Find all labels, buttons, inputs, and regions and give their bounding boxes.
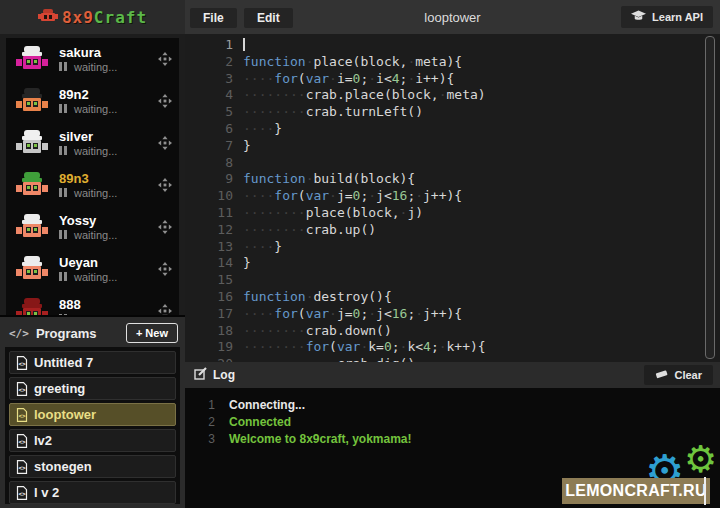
player-status-text: waiting... xyxy=(74,61,117,74)
code-line[interactable] xyxy=(243,272,702,289)
line-number: 7 xyxy=(185,138,233,155)
code-line[interactable]: function·destroy(){ xyxy=(243,289,702,306)
code-icon: </> xyxy=(9,327,29,340)
file-code-icon: <> xyxy=(16,434,28,448)
code-token: } xyxy=(243,255,251,270)
player-row[interactable]: Ueyanwaiting... xyxy=(6,248,179,290)
crab-avatar-icon xyxy=(14,44,50,74)
program-item[interactable]: <>l v 2 xyxy=(9,481,176,504)
svg-text:<>: <> xyxy=(18,360,26,367)
pause-icon xyxy=(59,229,69,242)
code-token: function xyxy=(243,171,306,186)
program-item[interactable]: <>Untitled 7 xyxy=(9,351,176,374)
code-token: for xyxy=(274,306,297,321)
code-token: j< xyxy=(376,188,392,203)
code-line[interactable]: ····for(var·i=0;·i<4;·i++){ xyxy=(243,71,702,88)
program-item[interactable]: <>looptower xyxy=(9,403,176,426)
new-program-button[interactable]: + New xyxy=(126,323,178,343)
code-line[interactable]: ········for(var·k=0;·k<4;·k++){ xyxy=(243,339,702,356)
code-token: ········ xyxy=(243,339,306,354)
code-token: j) xyxy=(407,205,423,220)
code-token: 4 xyxy=(423,339,431,354)
code-token: · xyxy=(368,188,376,203)
code-content[interactable]: function·place(block,·meta){····for(var·… xyxy=(243,37,702,362)
code-token: crab.down() xyxy=(306,323,392,338)
code-line[interactable] xyxy=(243,37,702,54)
log-entry: 2Connected xyxy=(185,414,720,431)
player-row[interactable]: silverwaiting... xyxy=(6,122,179,164)
player-row[interactable]: 89n3waiting... xyxy=(6,164,179,206)
move-arrows-icon[interactable] xyxy=(157,178,173,192)
code-line[interactable] xyxy=(243,155,702,172)
gear-icon-green: ⚙ xyxy=(684,441,717,478)
code-line[interactable]: ········crab.up() xyxy=(243,222,702,239)
player-info: 888waiting... xyxy=(59,297,157,316)
svg-text:<>: <> xyxy=(18,490,26,497)
program-item[interactable]: <>greeting xyxy=(9,377,176,400)
move-arrows-icon[interactable] xyxy=(157,262,173,276)
player-status: waiting... xyxy=(59,145,157,158)
pause-icon xyxy=(59,103,69,116)
crab-icon xyxy=(38,8,58,27)
code-token: var xyxy=(306,71,329,86)
program-item[interactable]: <>lv2 xyxy=(9,429,176,452)
move-arrows-icon[interactable] xyxy=(157,94,173,108)
code-token: meta) xyxy=(447,87,486,102)
move-arrows-icon[interactable] xyxy=(157,304,173,315)
code-line[interactable]: ····for(var·j=0;·j<16;·j++){ xyxy=(243,306,702,323)
move-arrows-icon[interactable] xyxy=(157,220,173,234)
page-scrollbar[interactable] xyxy=(704,477,706,505)
file-menu-button[interactable]: File xyxy=(190,8,237,28)
code-line[interactable]: ········place(block,·j) xyxy=(243,205,702,222)
sidebar: sakurawaiting...89n2waiting...silverwait… xyxy=(0,34,185,508)
file-code-icon: <> xyxy=(16,408,28,422)
code-token: j= xyxy=(337,306,353,321)
code-token: k= xyxy=(368,339,384,354)
editor-scrollbar[interactable] xyxy=(705,36,715,359)
code-line[interactable]: ········crab.down() xyxy=(243,323,702,340)
player-status-text: waiting... xyxy=(74,103,117,116)
code-line[interactable]: ····for(var·j=0;·j<16;·j++){ xyxy=(243,188,702,205)
code-token: for xyxy=(306,339,329,354)
app-window: 8x9Craft looptower File Edit Learn API s… xyxy=(0,0,720,508)
code-token: k< xyxy=(407,339,423,354)
clear-label: Clear xyxy=(674,369,702,381)
code-line[interactable]: } xyxy=(243,138,702,155)
move-arrows-icon[interactable] xyxy=(157,52,173,66)
code-line[interactable]: } xyxy=(243,255,702,272)
pause-icon xyxy=(59,187,69,200)
code-token: ( xyxy=(298,71,306,86)
pause-icon xyxy=(59,271,69,284)
code-token: ···· xyxy=(243,239,274,254)
log-entry-number: 2 xyxy=(185,414,215,431)
edit-menu-button[interactable]: Edit xyxy=(244,8,293,28)
log-entry-text: Welcome to 8x9craft, yokmama! xyxy=(229,431,412,448)
program-item[interactable]: <>stonegen xyxy=(9,455,176,478)
code-line[interactable]: ····} xyxy=(243,239,702,256)
line-number: 11 xyxy=(185,205,233,222)
player-row[interactable]: 888waiting... xyxy=(6,290,179,315)
player-name: sakura xyxy=(59,45,157,60)
code-line[interactable]: function·build(block){ xyxy=(243,171,702,188)
player-status: waiting... xyxy=(59,103,157,116)
line-number: 12 xyxy=(185,222,233,239)
clear-log-button[interactable]: Clear xyxy=(644,365,713,385)
player-info: 89n3waiting... xyxy=(59,171,157,200)
learn-api-button[interactable]: Learn API xyxy=(621,6,713,28)
code-editor[interactable]: 1234567891011121314151617181920 function… xyxy=(185,34,720,362)
player-name: silver xyxy=(59,129,157,144)
log-header: Log Clear xyxy=(185,362,720,388)
player-row[interactable]: Yossywaiting... xyxy=(6,206,179,248)
code-line[interactable]: function·place(block,·meta){ xyxy=(243,54,702,71)
code-token: · xyxy=(329,188,337,203)
move-arrows-icon[interactable] xyxy=(157,136,173,150)
code-line[interactable]: ····} xyxy=(243,121,702,138)
code-line[interactable]: ········crab.place(block,·meta) xyxy=(243,87,702,104)
code-line[interactable]: ········crab.turnLeft() xyxy=(243,104,702,121)
player-row[interactable]: 89n2waiting... xyxy=(6,80,179,122)
player-row[interactable]: sakurawaiting... xyxy=(6,38,179,80)
code-token: j< xyxy=(376,306,392,321)
crab-avatar-icon xyxy=(14,86,50,116)
player-name: Yossy xyxy=(59,213,157,228)
crab-avatar-icon xyxy=(14,212,50,242)
